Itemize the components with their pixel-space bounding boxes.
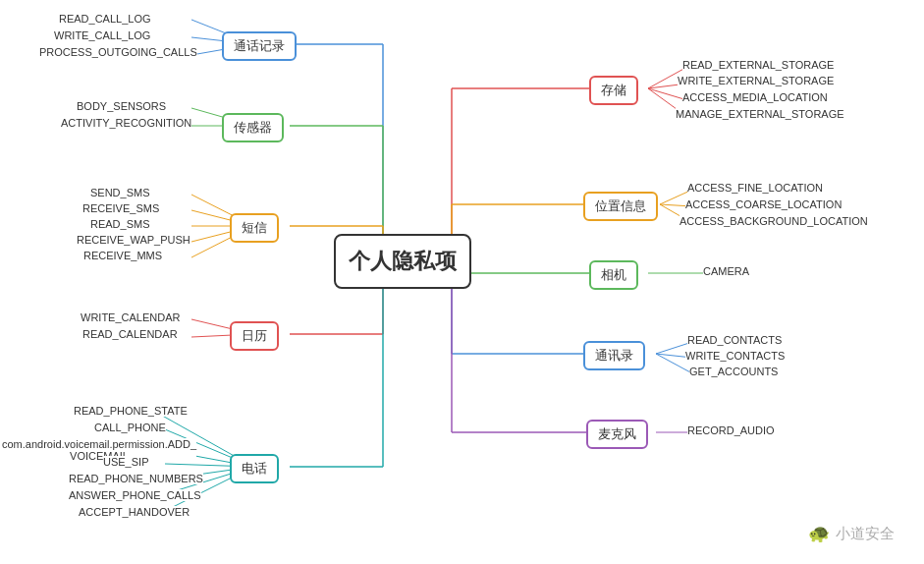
leaf-body-sensors: BODY_SENSORS: [77, 100, 166, 112]
leaf-receive-sms: RECEIVE_SMS: [82, 202, 159, 214]
leaf-activity-recognition: ACTIVITY_RECOGNITION: [61, 117, 191, 129]
node-camera: 相机: [589, 260, 638, 290]
watermark: 🐢 小道安全: [808, 523, 895, 544]
microphone-label: 麦克风: [598, 425, 636, 443]
leaf-read-call-log: READ_CALL_LOG: [59, 13, 151, 25]
leaf-read-calendar: READ_CALENDAR: [82, 328, 178, 340]
svg-line-33: [648, 88, 687, 100]
leaf-process-outgoing: PROCESS_OUTGOING_CALLS: [39, 46, 197, 58]
node-sms: 短信: [230, 213, 279, 243]
node-phone: 电话: [230, 454, 279, 483]
leaf-read-contacts: READ_CONTACTS: [687, 334, 782, 346]
leaf-get-accounts: GET_ACCOUNTS: [689, 366, 778, 377]
leaf-accept-handover: ACCEPT_HANDOVER: [79, 506, 190, 518]
camera-label: 相机: [601, 266, 626, 284]
watermark-icon: 🐢: [808, 523, 830, 544]
call-log-label: 通话记录: [234, 37, 285, 55]
phone-label: 电话: [242, 460, 267, 478]
leaf-access-media-location: ACCESS_MEDIA_LOCATION: [682, 91, 828, 103]
leaf-read-external-storage: READ_EXTERNAL_STORAGE: [682, 59, 834, 71]
leaf-read-phone-numbers: READ_PHONE_NUMBERS: [69, 473, 203, 484]
sms-label: 短信: [242, 219, 267, 237]
leaf-record-audio: RECORD_AUDIO: [687, 424, 775, 436]
leaf-access-fine-location: ACCESS_FINE_LOCATION: [687, 182, 823, 194]
location-label: 位置信息: [595, 197, 646, 215]
leaf-write-external-storage: WRITE_EXTERNAL_STORAGE: [678, 75, 834, 86]
leaf-read-phone-state: READ_PHONE_STATE: [74, 405, 188, 417]
node-microphone: 麦克风: [586, 420, 648, 449]
leaf-write-contacts: WRITE_CONTACTS: [685, 350, 785, 362]
calendar-label: 日历: [242, 327, 267, 345]
leaf-read-sms: READ_SMS: [90, 218, 150, 230]
leaf-write-calendar: WRITE_CALENDAR: [81, 311, 180, 323]
storage-label: 存储: [601, 82, 626, 99]
leaf-camera: CAMERA: [703, 265, 749, 277]
node-storage: 存储: [589, 76, 638, 105]
center-label: 个人隐私项: [349, 247, 457, 276]
node-call-log: 通话记录: [222, 31, 297, 61]
leaf-receive-mms: RECEIVE_MMS: [83, 250, 162, 261]
leaf-answer-phone-calls: ANSWER_PHONE_CALLS: [69, 489, 201, 501]
leaf-send-sms: SEND_SMS: [90, 187, 150, 198]
leaf-manage-external-storage: MANAGE_EXTERNAL_STORAGE: [676, 108, 844, 120]
node-calendar: 日历: [230, 321, 279, 351]
leaf-call-phone: CALL_PHONE: [94, 422, 166, 433]
leaf-access-background-location: ACCESS_BACKGROUND_LOCATION: [679, 215, 868, 227]
center-node: 个人隐私项: [334, 234, 471, 289]
sensor-label: 传感器: [234, 119, 272, 137]
contacts-label: 通讯录: [595, 347, 633, 365]
node-contacts: 通讯录: [583, 341, 645, 370]
node-sensor: 传感器: [222, 113, 284, 142]
node-location: 位置信息: [583, 192, 658, 221]
leaf-receive-wap-push: RECEIVE_WAP_PUSH: [77, 234, 190, 246]
leaf-add-voicemail: com.android.voicemail.permission.ADD_ VO…: [2, 438, 196, 462]
leaf-access-coarse-location: ACCESS_COARSE_LOCATION: [685, 198, 842, 210]
leaf-use-sip: USE_SIP: [103, 456, 148, 468]
watermark-text: 小道安全: [836, 525, 895, 543]
leaf-write-call-log: WRITE_CALL_LOG: [54, 29, 150, 41]
